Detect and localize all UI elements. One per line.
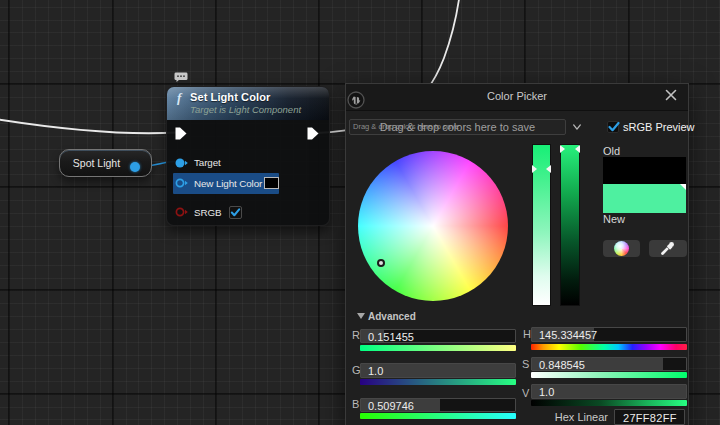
hex-linear-input[interactable]: 27FF82FF <box>614 409 685 425</box>
eyedropper-button[interactable] <box>649 240 687 257</box>
saturation-handle-right[interactable] <box>546 165 551 173</box>
saturation-handle-left[interactable] <box>532 165 537 173</box>
channel-value-s: 0.848545 <box>539 359 585 371</box>
channel-gradient-s[interactable] <box>531 372 687 378</box>
node-title: Set Light Color <box>190 91 270 103</box>
theme-hint-large: Drag & drop colors here to save <box>350 121 565 133</box>
color-themes-icon <box>614 241 629 256</box>
old-color-swatch[interactable] <box>603 157 687 184</box>
srgb-pin-label: SRGB <box>194 207 221 218</box>
channel-spinbox-b[interactable]: 0.509746 <box>360 398 516 413</box>
spinbox-fill <box>532 385 686 398</box>
value-handle-left[interactable] <box>560 145 565 153</box>
channel-label-v: V <box>522 387 529 399</box>
srgb-pin-icon[interactable] <box>175 207 188 217</box>
node-spot-light[interactable]: Spot Light <box>59 149 152 177</box>
old-color-label: Old <box>603 145 620 157</box>
srgb-preview-label: sRGB Preview <box>623 121 695 133</box>
srgb-check-icon <box>230 207 241 218</box>
spot-light-label: Spot Light <box>73 157 138 169</box>
color-wheel-marker[interactable] <box>377 259 385 267</box>
unreal-engine-logo <box>347 91 365 109</box>
channel-value-h: 145.334457 <box>539 329 597 341</box>
value-slider[interactable] <box>560 144 580 306</box>
srgb-preview-checkbox[interactable] <box>607 121 619 133</box>
target-pin-label: Target <box>194 157 221 168</box>
exec-wire-incoming <box>0 119 177 133</box>
pin-row-target[interactable]: Target <box>175 152 221 173</box>
function-icon: f <box>177 90 181 106</box>
color-wheel[interactable] <box>358 151 508 301</box>
channel-value-v: 1.0 <box>539 386 554 398</box>
pin-row-srgb[interactable]: SRGB <box>175 200 242 224</box>
value-handle-right[interactable] <box>575 145 580 153</box>
channel-label-b: B <box>352 398 359 410</box>
channel-spinbox-r[interactable]: 0.151455 <box>360 329 516 344</box>
blueprint-graph-canvas[interactable]: Spot Light f Set Light Color Target is L… <box>0 0 720 425</box>
gamut-notch <box>680 184 686 190</box>
channel-gradient-g[interactable] <box>360 379 516 385</box>
srgb-preview-check-icon <box>608 121 620 133</box>
channel-spinbox-g[interactable]: 1.0 <box>360 363 516 378</box>
channel-value-r: 0.151455 <box>368 331 414 343</box>
channel-gradient-v[interactable] <box>531 400 687 406</box>
channel-label-r: R <box>352 329 360 341</box>
new-color-label: New <box>603 213 625 225</box>
hex-linear-value: 27FF82FF <box>623 412 677 424</box>
channel-spinbox-v[interactable]: 1.0 <box>531 384 687 399</box>
spot-light-output-pin[interactable] <box>130 162 140 172</box>
close-button[interactable] <box>665 89 677 101</box>
channel-label-s: S <box>522 358 529 370</box>
channel-gradient-b[interactable] <box>360 413 516 419</box>
new-color-swatch[interactable] <box>603 184 687 213</box>
pin-row-new-light-color[interactable]: New Light Color <box>173 173 279 195</box>
new-light-color-pin-icon[interactable] <box>175 178 188 188</box>
node-set-light-color[interactable]: f Set Light Color Target is Light Compon… <box>166 86 330 226</box>
new-light-color-pin-label: New Light Color <box>194 178 262 189</box>
channel-value-b: 0.509746 <box>368 400 414 412</box>
target-pin-icon[interactable] <box>175 158 188 168</box>
channel-spinbox-s[interactable]: 0.848545 <box>531 357 687 371</box>
channel-gradient-h[interactable] <box>531 344 687 350</box>
channel-gradient-r[interactable] <box>360 345 516 351</box>
eyedropper-icon <box>660 241 675 256</box>
advanced-expander-icon[interactable] <box>357 313 365 319</box>
new-light-color-swatch[interactable] <box>264 177 279 189</box>
saturation-slider[interactable] <box>532 144 552 306</box>
exec-input-pin[interactable] <box>175 127 187 140</box>
channel-value-g: 1.0 <box>368 365 383 377</box>
color-picker-dialog[interactable]: Color Picker Drag & drop colors here to … <box>345 83 689 425</box>
srgb-checkbox[interactable] <box>229 206 242 219</box>
dialog-title: Color Picker <box>346 90 688 102</box>
color-themes-button[interactable] <box>603 240 640 257</box>
hex-linear-label: Hex Linear <box>531 411 608 423</box>
spinbox-fill <box>361 364 515 377</box>
theme-drop-bar[interactable]: Drag & drop colors here to save Drag & d… <box>349 119 566 135</box>
channel-spinbox-h[interactable]: 145.334457 <box>531 327 687 342</box>
exec-output-pin[interactable] <box>307 127 319 140</box>
advanced-label[interactable]: Advanced <box>368 311 416 322</box>
theme-menu-chevron-icon[interactable] <box>572 123 582 131</box>
channel-label-h: H <box>523 328 531 340</box>
node-subtitle: Target is Light Component <box>190 104 301 115</box>
comment-bubble-icon[interactable] <box>174 72 188 82</box>
